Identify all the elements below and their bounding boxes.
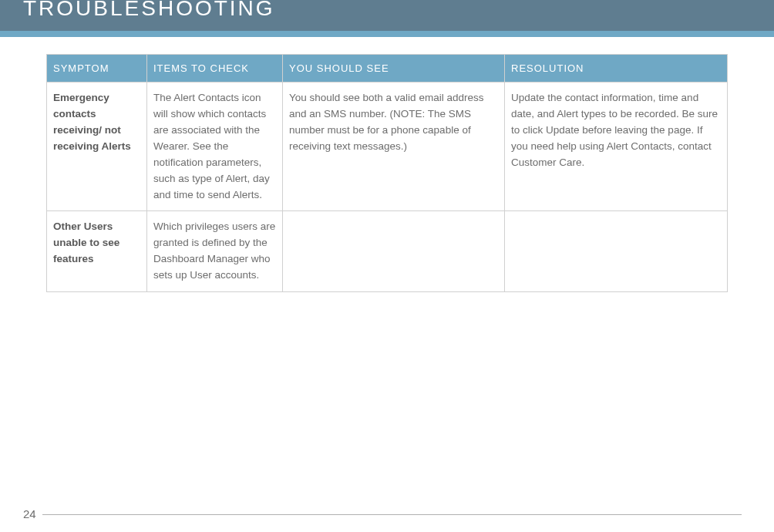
- troubleshooting-table: SYMPTOM ITEMS TO CHECK YOU SHOULD SEE RE…: [46, 54, 728, 292]
- cell-see: You should see both a valid email addres…: [283, 82, 505, 211]
- footer-divider: 24: [23, 514, 742, 515]
- table-header-row: SYMPTOM ITEMS TO CHECK YOU SHOULD SEE RE…: [47, 55, 728, 82]
- header-see: YOU SHOULD SEE: [283, 55, 505, 82]
- table-row: Emergency contacts receiving/ not receiv…: [47, 82, 728, 211]
- cell-resolution: [505, 211, 728, 292]
- page-number: 24: [23, 507, 42, 520]
- header-bar: TROUBLESHOOTING: [0, 0, 774, 31]
- accent-bar: [0, 31, 774, 37]
- cell-symptom: Other Users unable to see features: [47, 211, 147, 292]
- table-row: Other Users unable to see features Which…: [47, 211, 728, 292]
- header-check: ITEMS TO CHECK: [147, 55, 283, 82]
- cell-symptom: Emergency contacts receiving/ not receiv…: [47, 82, 147, 211]
- header-resolution: RESOLUTION: [505, 55, 728, 82]
- footer: 24: [23, 514, 742, 515]
- cell-resolution: Update the contact information, time and…: [505, 82, 728, 211]
- header-symptom: SYMPTOM: [47, 55, 147, 82]
- cell-check: Which privileges users are granted is de…: [147, 211, 283, 292]
- page-title: TROUBLESHOOTING: [23, 0, 275, 21]
- troubleshooting-table-container: SYMPTOM ITEMS TO CHECK YOU SHOULD SEE RE…: [0, 37, 774, 292]
- cell-see: [283, 211, 505, 292]
- cell-check: The Alert Contacts icon will show which …: [147, 82, 283, 211]
